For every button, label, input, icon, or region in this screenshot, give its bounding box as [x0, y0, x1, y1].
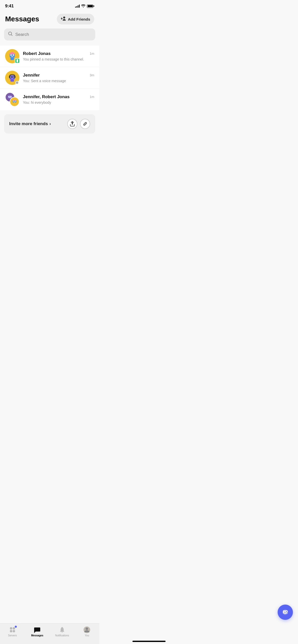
svg-point-26	[10, 96, 11, 97]
status-time: 9:41	[5, 4, 14, 9]
svg-rect-10	[11, 52, 14, 54]
search-bar[interactable]	[4, 28, 95, 40]
conversation-list: Robert Jonas 1m You pinned a message to …	[0, 46, 99, 110]
svg-rect-32	[14, 102, 15, 102]
svg-rect-22	[10, 79, 14, 82]
conversation-name: Robert Jonas	[23, 51, 51, 56]
svg-rect-11	[17, 59, 18, 62]
svg-rect-8	[10, 57, 14, 60]
page-title: Messages	[5, 15, 39, 23]
conversation-content: Robert Jonas 1m You pinned a message to …	[23, 51, 94, 62]
wifi-icon	[81, 4, 85, 8]
invite-section[interactable]: Invite more friends ›	[4, 114, 95, 134]
status-dot-offline	[15, 81, 19, 84]
svg-rect-21	[15, 76, 16, 78]
svg-rect-30	[13, 101, 14, 101]
page-header: Messages Add Friends	[0, 11, 99, 28]
conversation-time: 1m	[90, 52, 94, 55]
conversation-time: 3m	[90, 73, 94, 77]
svg-rect-33	[13, 100, 16, 101]
avatar	[5, 71, 19, 85]
svg-point-18	[13, 77, 14, 78]
avatar-group	[5, 92, 19, 107]
svg-rect-5	[11, 56, 13, 57]
svg-rect-31	[15, 101, 16, 101]
invite-label: Invite more friends	[9, 121, 48, 126]
signal-icon	[75, 5, 80, 8]
invite-actions	[67, 119, 90, 129]
avatar	[5, 49, 19, 63]
add-friends-button[interactable]: Add Friends	[57, 14, 94, 24]
conversation-preview: You: Sent a voice message	[23, 79, 66, 83]
conversation-content: Jennifer, Robert Jonas 1m You: hi everyb…	[23, 94, 94, 105]
svg-rect-20	[9, 76, 10, 78]
conversation-name: Jennifer	[23, 73, 40, 78]
conversation-preview: You: hi everybody	[23, 100, 51, 105]
add-friends-icon	[61, 16, 66, 22]
conversation-time: 1m	[90, 95, 94, 99]
search-icon	[8, 32, 13, 37]
status-icons	[75, 4, 94, 8]
conversation-item[interactable]: Jennifer, Robert Jonas 1m You: hi everyb…	[0, 89, 99, 110]
invite-share-button[interactable]	[67, 119, 77, 129]
add-friends-label: Add Friends	[68, 17, 90, 21]
conversation-name: Jennifer, Robert Jonas	[23, 94, 70, 99]
battery-icon	[87, 5, 94, 8]
status-bar: 9:41	[0, 0, 99, 11]
invite-link-button[interactable]	[80, 119, 90, 129]
svg-rect-19	[11, 78, 13, 79]
conversation-item[interactable]: Jennifer 3m You: Sent a voice message	[0, 67, 99, 89]
svg-point-25	[8, 96, 9, 97]
device-badge	[15, 58, 20, 63]
svg-rect-4	[13, 54, 14, 56]
conversation-item[interactable]: Robert Jonas 1m You pinned a message to …	[0, 46, 99, 67]
invite-chevron: ›	[49, 121, 51, 126]
group-avatar-2	[10, 97, 19, 107]
svg-rect-3	[10, 54, 12, 56]
search-input[interactable]	[15, 32, 91, 37]
conversation-content: Jennifer 3m You: Sent a voice message	[23, 73, 94, 83]
invite-text: Invite more friends ›	[9, 121, 51, 126]
conversation-preview: You pinned a message to this channel.	[23, 57, 84, 61]
svg-rect-12	[17, 62, 18, 63]
svg-point-16	[10, 77, 11, 78]
